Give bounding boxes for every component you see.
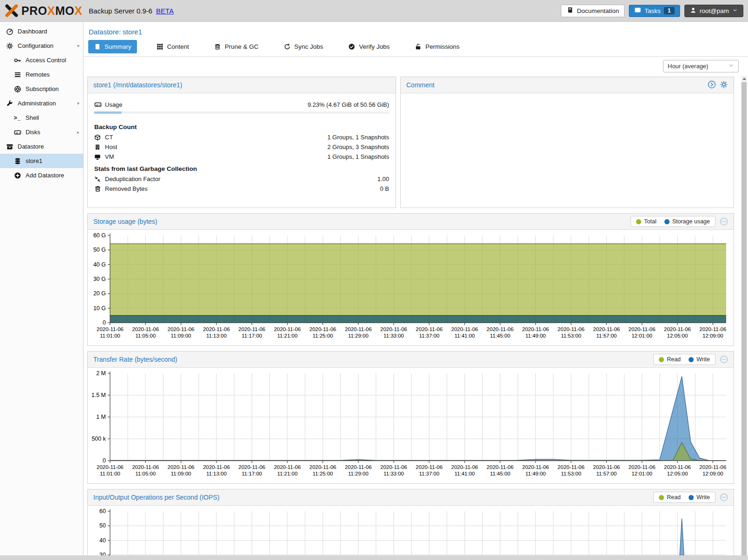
svg-text:11:33:00: 11:33:00 [384,333,404,339]
proxmox-x-icon [5,4,19,18]
caret-right-icon[interactable]: ▸ [77,130,79,135]
minus-circle-icon[interactable] [720,493,728,501]
svg-text:2020-11-06: 2020-11-06 [451,326,478,332]
legend-dot-icon [689,357,694,362]
tab-summary[interactable]: Summary [88,40,137,53]
row-value: 1 Groups, 1 Snapshots [327,134,389,141]
caret-down-icon[interactable]: ▾ [77,101,79,106]
svg-text:11:29:00: 11:29:00 [348,333,369,339]
apply-circle-icon[interactable] [708,80,716,90]
book-icon [566,7,573,15]
svg-text:30 G: 30 G [93,276,106,282]
svg-text:11:45:00: 11:45:00 [490,333,510,339]
tab-sync-jobs[interactable]: Sync Jobs [278,40,329,53]
summary-row-ct: CT 1 Groups, 1 Snapshots [94,132,389,142]
svg-text:11:01:00: 11:01:00 [100,333,120,339]
svg-text:11:13:00: 11:13:00 [206,333,227,339]
storage-usage-chart: 010 G20 G30 G40 G50 G60 G2020-11-0611:01… [88,230,734,345]
minus-circle-icon[interactable] [720,217,728,226]
svg-text:2020-11-06: 2020-11-06 [487,464,514,470]
tab-bar: Summary Content Prune & GC Sync Jobs Ver… [84,37,748,57]
legend-item-write[interactable]: Write [689,494,710,501]
tab-permissions[interactable]: Permissions [409,40,465,53]
legend-label: Write [696,494,710,501]
sidebar-item-label: Administration [18,100,56,107]
vertical-scrollbar[interactable] [741,76,747,560]
scroll-up-icon[interactable] [741,76,747,82]
summary-row-deduplication-factor: Deduplication Factor 1.00 [94,174,389,184]
svg-text:12:05:00: 12:05:00 [667,333,688,339]
transfer-rate-chart: 0500 k1 M1.5 M2 M2020-11-0611:01:002020-… [88,368,734,483]
svg-text:2020-11-06: 2020-11-06 [274,326,301,332]
sidebar-item-store1[interactable]: store1 [0,154,83,168]
user-menu-button[interactable]: root@pam [684,5,743,17]
svg-text:12:09:00: 12:09:00 [702,333,723,339]
sidebar-item-shell[interactable]: >_ Shell [0,111,83,125]
chart-title: Transfer Rate (bytes/second) [93,356,177,363]
beta-link[interactable]: BETA [156,7,174,15]
sidebar-item-dashboard[interactable]: Dashboard [0,24,83,39]
sidebar-item-add-datastore[interactable]: Add Datastore [0,168,83,182]
row-label: Deduplication Factor [105,176,160,182]
documentation-button[interactable]: Documentation [561,5,624,17]
svg-text:2020-11-06: 2020-11-06 [345,326,372,332]
iops-chart: 01020304050602020-11-0611:01:002020-11-0… [88,506,734,560]
gear-icon[interactable] [720,80,728,90]
svg-text:2020-11-06: 2020-11-06 [629,464,656,470]
scrollbar-thumb[interactable] [741,82,747,560]
sidebar-item-administration[interactable]: Administration▾ [0,96,83,111]
sidebar-item-access-control[interactable]: Access Control [0,53,83,67]
tasks-button[interactable]: Tasks 1 [629,5,680,17]
tab-content[interactable]: Content [151,40,195,53]
sidebar-item-disks[interactable]: Disks▸ [0,125,83,139]
legend-label: Read [667,356,681,363]
svg-text:2020-11-06: 2020-11-06 [699,326,726,332]
caret-down-icon[interactable]: ▾ [77,43,79,48]
svg-text:11:05:00: 11:05:00 [135,333,156,339]
legend-dot-icon [689,495,694,500]
svg-text:2020-11-06: 2020-11-06 [416,326,442,332]
svg-text:20 G: 20 G [93,290,106,297]
summary-row-removed-bytes: Removed Bytes 0 B [94,184,389,194]
legend-label: Total [644,218,656,225]
product-title: Backup Server 0.9-6 [89,7,152,15]
svg-text:1.5 M: 1.5 M [91,392,106,398]
transfer-rate-chart-panel: Transfer Rate (bytes/second) ReadWrite 0… [87,351,734,484]
tab-label: Permissions [425,43,460,50]
wrench-icon [6,100,13,107]
trash-icon [214,43,221,50]
svg-text:11:33:00: 11:33:00 [384,471,404,476]
svg-text:11:53:00: 11:53:00 [561,333,581,339]
tab-label: Summary [104,43,131,50]
svg-text:11:25:00: 11:25:00 [312,471,333,476]
legend-item-read[interactable]: Read [659,356,681,363]
tab-label: Content [167,43,189,50]
svg-text:11:41:00: 11:41:00 [455,333,475,339]
tab-prune-gc[interactable]: Prune & GC [208,40,264,53]
timeframe-select[interactable]: Hour (average) [663,60,739,72]
sidebar-item-label: Dashboard [18,28,47,35]
svg-text:11:21:00: 11:21:00 [277,333,298,339]
legend-item-storage-usage[interactable]: Storage usage [664,218,710,225]
archive-icon [6,143,13,150]
legend-label: Storage usage [672,218,710,225]
sidebar-item-remotes[interactable]: Remotes [0,67,83,82]
svg-text:12:01:00: 12:01:00 [631,471,652,476]
legend-item-write[interactable]: Write [689,356,710,363]
sidebar-item-label: Datastore [18,143,44,150]
svg-text:2020-11-06: 2020-11-06 [309,464,336,470]
main-content: Datastore: store1 Summary Content Prune … [84,22,748,560]
sidebar-item-configuration[interactable]: Configuration▾ [0,39,83,53]
comment-content[interactable] [401,93,734,208]
row-value: 1.00 [377,176,389,182]
storage-usage-chart-panel: Storage usage (bytes) TotalStorage usage… [87,213,734,346]
comment-panel: Comment [400,77,734,208]
tab-verify-jobs[interactable]: Verify Jobs [343,40,395,53]
row-label: CT [105,134,113,141]
legend-item-read[interactable]: Read [659,494,681,501]
sidebar-item-datastore[interactable]: Datastore [0,139,83,154]
legend-item-total[interactable]: Total [636,218,656,225]
sidebar-item-subscription[interactable]: Subscription [0,82,83,96]
minus-circle-icon[interactable] [720,355,728,364]
svg-text:2020-11-06: 2020-11-06 [239,464,266,470]
